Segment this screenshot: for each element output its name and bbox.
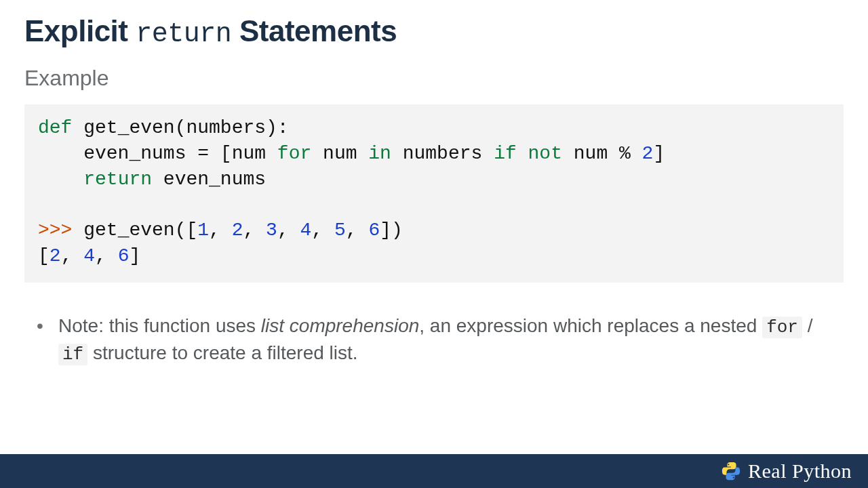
- title-code-keyword: return: [136, 19, 231, 49]
- code-out-2: 4: [83, 245, 95, 266]
- bullet-code-for: for: [762, 317, 802, 338]
- code-arg-6: 6: [368, 220, 380, 241]
- code-call-close: ]): [380, 220, 403, 241]
- bullet-note: Note: this function uses list comprehens…: [54, 312, 844, 367]
- code-comma-3: ,: [277, 220, 300, 241]
- python-logo-icon: [721, 461, 741, 481]
- code-l2-c: numbers: [391, 143, 494, 164]
- bullet-slash: /: [802, 315, 813, 336]
- code-l3-rest: even_nums: [152, 169, 266, 190]
- content-area: Explicit return Statements Example def g…: [0, 0, 868, 367]
- slide-subtitle: Example: [24, 66, 844, 91]
- code-comma-2: ,: [243, 220, 267, 241]
- code-comma-4: ,: [311, 220, 334, 241]
- code-arg-2: 2: [232, 220, 243, 241]
- code-out-open: [: [38, 245, 50, 266]
- code-kw-for: for: [277, 143, 311, 164]
- code-l2-d: num %: [562, 143, 642, 164]
- title-part-2: Statements: [239, 14, 397, 47]
- code-comma-1: ,: [209, 220, 232, 241]
- code-kw-if: if: [494, 143, 517, 164]
- code-out-3: 6: [118, 245, 130, 266]
- code-kw-in: in: [368, 143, 391, 164]
- code-kw-def: def: [38, 117, 72, 138]
- bullet-code-if: if: [58, 344, 87, 365]
- bullet-em: list comprehension: [261, 315, 419, 336]
- code-num-2: 2: [642, 143, 654, 164]
- code-out-c2: ,: [95, 245, 118, 266]
- footer-brand: Real Python: [748, 460, 852, 483]
- bullet-text-3: structure to create a filtered list.: [87, 342, 357, 363]
- code-arg-5: 5: [334, 220, 346, 241]
- bullet-text-1: Note: this function uses: [58, 315, 261, 336]
- code-arg-4: 4: [300, 220, 312, 241]
- code-call-1: get_even([: [72, 220, 197, 241]
- code-out-1: 2: [50, 245, 61, 266]
- code-comma-5: ,: [346, 220, 369, 241]
- code-arg-1: 1: [197, 220, 209, 241]
- code-block: def get_even(numbers): even_nums = [num …: [24, 104, 844, 283]
- code-l2-b: num: [311, 143, 368, 164]
- footer-bar: Real Python: [0, 454, 868, 488]
- code-prompt: >>>: [38, 220, 72, 241]
- bullet-text-2: , an expression which replaces a nested: [419, 315, 762, 336]
- code-out-close: ]: [129, 245, 140, 266]
- code-kw-not: not: [528, 143, 562, 164]
- bullet-list: Note: this function uses list comprehens…: [24, 312, 844, 367]
- code-l2-sp: [517, 143, 528, 164]
- code-arg-3: 3: [266, 220, 277, 241]
- code-l2-close: ]: [653, 143, 665, 164]
- slide-title: Explicit return Statements: [24, 14, 844, 51]
- code-fn-sig: get_even(numbers):: [72, 117, 288, 138]
- title-part-1: Explicit: [24, 14, 128, 47]
- code-l2-a: even_nums = [num: [38, 143, 277, 164]
- code-out-c1: ,: [61, 245, 84, 266]
- slide: Explicit return Statements Example def g…: [0, 0, 868, 488]
- code-l3-indent: [38, 169, 83, 190]
- code-kw-return: return: [83, 169, 152, 190]
